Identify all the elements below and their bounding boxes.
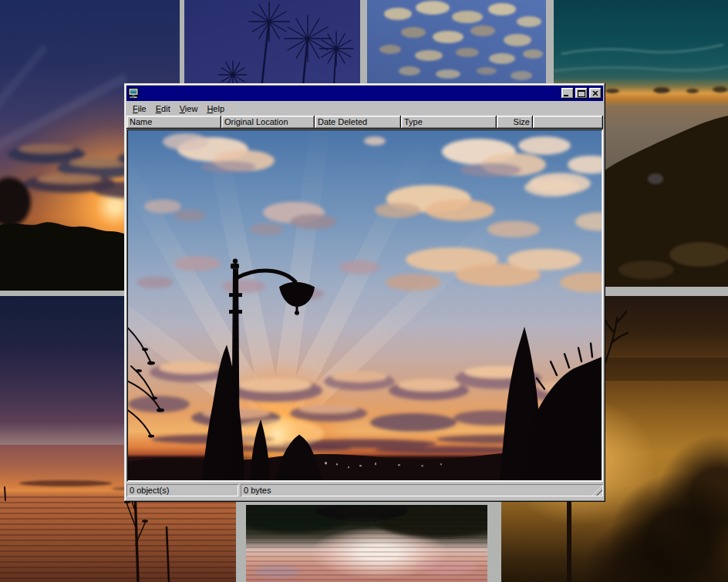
menu-help[interactable]: Help xyxy=(202,103,229,115)
wallpaper-photo-lake-reflection xyxy=(246,505,487,582)
reflection-ripples xyxy=(246,505,487,582)
resize-grip-icon[interactable] xyxy=(592,486,602,496)
status-object-count: 0 object(s) xyxy=(126,484,238,496)
left-branches xyxy=(128,328,160,436)
maximize-icon[interactable] xyxy=(575,88,588,99)
list-view-empty xyxy=(126,129,603,482)
computer-icon[interactable] xyxy=(128,88,139,99)
titlebar[interactable] xyxy=(126,86,603,101)
close-icon[interactable] xyxy=(589,88,602,99)
desktop: File Edit View Help Name Original Locati… xyxy=(0,0,728,582)
window-background-sunset-photo xyxy=(128,130,602,480)
column-header-date-deleted[interactable]: Date Deleted xyxy=(315,116,401,129)
menu-view[interactable]: View xyxy=(175,103,203,115)
status-bytes-text: 0 bytes xyxy=(244,486,271,495)
recycle-bin-window: File Edit View Help Name Original Locati… xyxy=(124,83,605,502)
window-controls xyxy=(560,88,602,99)
column-header-original-location[interactable]: Original Location xyxy=(221,116,315,129)
menu-bar: File Edit View Help xyxy=(126,101,603,116)
column-headers: Name Original Location Date Deleted Type… xyxy=(126,116,603,129)
column-header-type[interactable]: Type xyxy=(401,116,497,129)
menu-file[interactable]: File xyxy=(128,103,151,115)
status-bytes: 0 bytes xyxy=(241,484,603,496)
minimize-icon[interactable] xyxy=(561,88,574,99)
silhouettes-art xyxy=(128,130,602,480)
menu-edit[interactable]: Edit xyxy=(151,103,175,115)
status-bar: 0 object(s) 0 bytes xyxy=(126,482,603,500)
column-header-size[interactable]: Size xyxy=(497,116,533,129)
column-header-filler[interactable] xyxy=(533,116,603,129)
column-header-name[interactable]: Name xyxy=(126,116,221,129)
